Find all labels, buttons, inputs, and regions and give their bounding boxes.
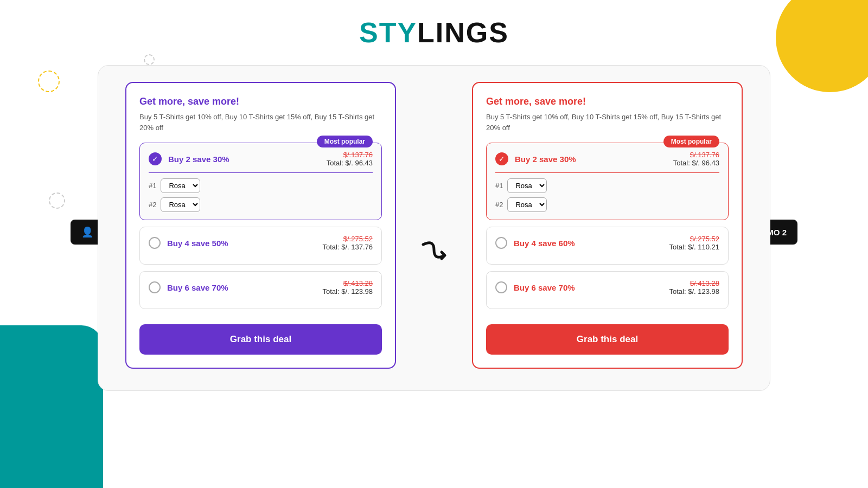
widget1-option3-prices: $/.413.28 Total: $/. 123.98 — [322, 279, 373, 296]
deco-small-circle-top — [144, 54, 155, 65]
header: STYLINGS — [0, 0, 868, 60]
widget1-option2[interactable]: Buy 4 save 50% $/.275.52 Total: $/. 137.… — [139, 227, 382, 265]
widget1-option3-total: Total: $/. 123.98 — [322, 287, 373, 296]
widget2-dropdown2-select[interactable]: Rosa — [507, 197, 547, 212]
widget1-option2-original: $/.275.52 — [322, 235, 373, 243]
logo: STYLINGS — [0, 16, 868, 49]
widget2-panel: Get more, save more! Buy 5 T-Shirts get … — [472, 82, 743, 369]
widget2-option1-original: $/.137.76 — [673, 151, 719, 159]
widget2-option3[interactable]: Buy 6 save 70% $/.413.28 Total: $/. 123.… — [486, 271, 729, 309]
widget2-option1-label: Buy 2 save 30% — [515, 155, 576, 164]
widget1-option1-label: Buy 2 save 30% — [168, 155, 229, 164]
widget2-option2-original: $/.275.52 — [669, 235, 719, 243]
widget2-option3-original: $/.413.28 — [669, 279, 719, 287]
widget1-option1-divider — [149, 172, 373, 173]
logo-part1: STY — [359, 17, 417, 48]
widget2-option1-dropdowns: #1 Rosa #2 Rosa — [495, 178, 719, 212]
widget2-dropdown2-label: #2 — [495, 201, 503, 209]
widget2-option3-left: Buy 6 save 70% — [495, 281, 575, 293]
widget1-option1-left: ✓ Buy 2 save 30% — [149, 152, 229, 165]
widget2-option1-header: ✓ Buy 2 save 30% $/.137.76 Total: $/. 96… — [495, 151, 719, 167]
widget2-option3-total: Total: $/. 123.98 — [669, 287, 719, 296]
widget2-title: Get more, save more! — [486, 96, 729, 107]
widget1-option1[interactable]: Most popular ✓ Buy 2 save 30% $/.137.76 … — [139, 143, 382, 220]
demo1-icon: 👤 — [81, 226, 93, 238]
widget1-dropdown1-label: #1 — [149, 182, 156, 190]
widget1-option2-header: Buy 4 save 50% $/.275.52 Total: $/. 137.… — [149, 235, 373, 251]
widget2-option2[interactable]: Buy 4 save 60% $/.275.52 Total: $/. 110.… — [486, 227, 729, 265]
widget2-option1[interactable]: Most popular ✓ Buy 2 save 30% $/.137.76 … — [486, 143, 729, 220]
widget1-option1-total: Total: $/. 96.43 — [327, 159, 373, 167]
widget1-option3-left: Buy 6 save 70% — [149, 281, 228, 293]
widget1-panel: Get more, save more! Buy 5 T-Shirts get … — [125, 82, 396, 369]
widget2-option2-left: Buy 4 save 60% — [495, 237, 575, 249]
widget1-badge: Most popular — [317, 136, 373, 147]
widget2-option3-header: Buy 6 save 70% $/.413.28 Total: $/. 123.… — [495, 279, 719, 296]
widget2-badge: Most popular — [663, 136, 719, 147]
widget2-subtitle: Buy 5 T-Shirts get 10% off, Buy 10 T-Shi… — [486, 112, 729, 133]
widget1-option2-total: Total: $/. 137.76 — [322, 243, 373, 251]
widget1-option2-prices: $/.275.52 Total: $/. 137.76 — [322, 235, 373, 251]
widget1-option3[interactable]: Buy 6 save 70% $/.413.28 Total: $/. 123.… — [139, 271, 382, 309]
widget2-option1-divider — [495, 172, 719, 173]
widget1-title: Get more, save more! — [139, 96, 382, 107]
widget2-option2-label: Buy 4 save 60% — [514, 239, 575, 248]
widget2-option1-left: ✓ Buy 2 save 30% — [495, 152, 576, 165]
logo-part2: LINGS — [417, 17, 509, 48]
widget1-dropdown1-select[interactable]: Rosa — [161, 178, 200, 193]
widget2-option2-header: Buy 4 save 60% $/.275.52 Total: $/. 110.… — [495, 235, 719, 251]
widget2-option2-prices: $/.275.52 Total: $/. 110.21 — [669, 235, 719, 251]
widget2-option1-check: ✓ — [495, 152, 508, 165]
widget2-option2-radio — [495, 237, 507, 249]
widget1-option2-label: Buy 4 save 50% — [167, 239, 228, 248]
widget1-option3-original: $/.413.28 — [322, 279, 373, 287]
widget1-subtitle: Buy 5 T-Shirts get 10% off, Buy 10 T-Shi… — [139, 112, 382, 133]
widget2-option2-total: Total: $/. 110.21 — [669, 243, 719, 251]
widget1-option1-prices: $/.137.76 Total: $/. 96.43 — [327, 151, 373, 167]
main-container: Get more, save more! Buy 5 T-Shirts get … — [98, 65, 770, 391]
widget2-dropdown-row2: #2 Rosa — [495, 197, 719, 212]
widget1-option3-header: Buy 6 save 70% $/.413.28 Total: $/. 123.… — [149, 279, 373, 296]
widget2-option1-prices: $/.137.76 Total: $/. 96.43 — [673, 151, 719, 167]
widget1-dropdown-row1: #1 Rosa — [149, 178, 373, 193]
widget2-dropdown1-select[interactable]: Rosa — [507, 178, 547, 193]
widget2-option3-radio — [495, 281, 507, 293]
widget1-option1-dropdowns: #1 Rosa #2 Rosa — [149, 178, 373, 212]
widget1-dropdown2-label: #2 — [149, 201, 156, 209]
widget2-option3-prices: $/.413.28 Total: $/. 123.98 — [669, 279, 719, 296]
widget1-option2-left: Buy 4 save 50% — [149, 237, 228, 249]
widget2-dropdown-row1: #1 Rosa — [495, 178, 719, 193]
widget1-option3-radio — [149, 281, 161, 293]
widget1-option3-label: Buy 6 save 70% — [167, 283, 228, 292]
widget1-dropdown-row2: #2 Rosa — [149, 197, 373, 212]
widget1-option1-original: $/.137.76 — [327, 151, 373, 159]
widget1-grab-button[interactable]: Grab this deal — [139, 324, 382, 355]
widget2-grab-button[interactable]: Grab this deal — [486, 324, 729, 355]
widget2-option1-total: Total: $/. 96.43 — [673, 159, 719, 167]
widget1-option2-radio — [149, 237, 161, 249]
widget1-option1-header: ✓ Buy 2 save 30% $/.137.76 Total: $/. 96… — [149, 151, 373, 167]
widget1-option1-check: ✓ — [149, 152, 162, 165]
widget2-dropdown1-label: #1 — [495, 182, 503, 190]
widget2-option3-label: Buy 6 save 70% — [514, 283, 575, 292]
arrow-divider — [418, 234, 450, 266]
widget1-dropdown2-select[interactable]: Rosa — [161, 197, 200, 212]
